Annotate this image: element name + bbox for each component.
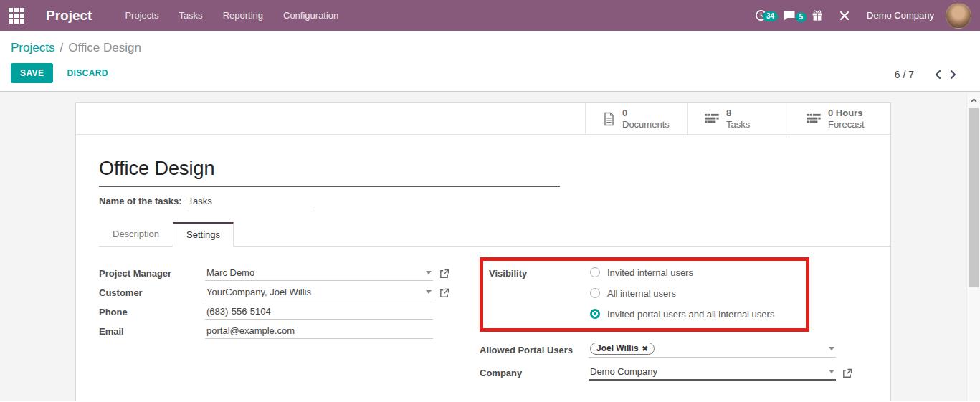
radio-unselected-icon[interactable] [590, 267, 600, 277]
action-buttons-row: SAVE DISCARD [11, 63, 980, 83]
left-field-column: Project Manager Marc Demo Customer YourC… [99, 257, 480, 383]
name-of-tasks-input[interactable]: Tasks [187, 196, 315, 209]
activities-button[interactable]: 34 [747, 9, 775, 21]
tab-description[interactable]: Description [99, 222, 173, 247]
radio-option-all-internal[interactable]: All internal users [590, 288, 774, 298]
menu-item-projects[interactable]: Projects [115, 0, 168, 31]
allowed-portal-users-label: Allowed Portal Users [480, 345, 589, 355]
apps-menu-button[interactable] [0, 8, 33, 24]
project-manager-value[interactable]: Marc Demo [206, 267, 422, 278]
stat-button-documents[interactable]: 0 Documents [585, 103, 687, 134]
menu-item-configuration[interactable]: Configuration [273, 0, 348, 31]
radio-unselected-icon[interactable] [590, 288, 600, 298]
breadcrumb-projects-link[interactable]: Projects [11, 41, 54, 54]
radio-selected-icon[interactable] [590, 309, 600, 319]
project-manager-input[interactable]: Marc Demo [205, 267, 433, 281]
radio-option-invited-internal[interactable]: Invited internal users [590, 267, 774, 277]
gift-button[interactable] [804, 10, 831, 21]
dropdown-caret-icon[interactable] [426, 290, 432, 294]
stat-label: Forecast [828, 119, 865, 130]
stat-button-tasks[interactable]: 8 Tasks [687, 103, 789, 134]
company-row: Company Demo Company [480, 363, 890, 383]
stat-text: 0 Hours Forecast [828, 107, 865, 130]
project-manager-label: Project Manager [99, 268, 205, 279]
phone-label: Phone [99, 307, 205, 317]
document-icon [603, 112, 615, 126]
company-input[interactable]: Demo Company [589, 365, 836, 381]
radio-option-portal-and-internal[interactable]: Invited portal users and all internal us… [590, 309, 774, 319]
chevron-left-icon [934, 70, 941, 80]
stat-label: Tasks [726, 119, 750, 130]
dropdown-caret-icon[interactable] [829, 370, 834, 373]
content-area: 0 Documents 8 Tasks 0 Hours [0, 92, 980, 401]
support-tools-button[interactable] [831, 10, 858, 21]
right-field-column: Visibility Invited internal users All in… [480, 257, 890, 383]
project-title-input[interactable]: Office Design [99, 158, 560, 187]
messages-button[interactable]: 5 [775, 10, 804, 21]
radio-option-label: Invited internal users [607, 267, 693, 278]
project-manager-external-link-icon[interactable] [439, 269, 449, 279]
breadcrumb: Projects/Office Design [0, 31, 980, 55]
email-input[interactable]: portal@example.com [205, 325, 433, 339]
scroll-up-arrow-icon[interactable] [967, 93, 980, 107]
allowed-portal-users-row: Allowed Portal Users Joel Willis ✖ [480, 342, 890, 358]
task-list-icon [705, 113, 719, 124]
forecast-gantt-icon [807, 113, 821, 124]
pager-next-button[interactable] [946, 68, 961, 81]
breadcrumb-current: Office Design [68, 41, 141, 54]
scrollbar-thumb[interactable] [969, 108, 979, 287]
company-external-link-icon[interactable] [842, 368, 852, 378]
customer-external-link-icon[interactable] [439, 288, 449, 298]
phone-input[interactable]: (683)-556-5104 [205, 305, 433, 320]
dropdown-caret-icon[interactable] [829, 347, 834, 350]
customer-input[interactable]: YourCompany, Joel Willis [205, 286, 433, 300]
tag-remove-icon[interactable]: ✖ [642, 345, 648, 353]
discard-button[interactable]: DISCARD [67, 68, 108, 78]
sheet-body: Office Design Name of the tasks: Tasks D… [76, 135, 890, 383]
main-menu: Projects Tasks Reporting Configuration [115, 0, 348, 31]
user-avatar[interactable] [946, 3, 971, 29]
chevron-right-icon [950, 70, 957, 80]
settings-tab-content: Project Manager Marc Demo Customer YourC… [99, 257, 890, 383]
company-label: Company [480, 368, 589, 378]
gift-icon [812, 10, 823, 21]
company-value[interactable]: Demo Company [590, 366, 824, 377]
pager-previous-button[interactable] [930, 68, 946, 81]
menu-item-tasks[interactable]: Tasks [168, 0, 212, 31]
form-sheet: 0 Documents 8 Tasks 0 Hours [75, 102, 891, 401]
allowed-portal-users-input[interactable]: Joel Willis ✖ [589, 342, 836, 358]
tab-settings[interactable]: Settings [173, 222, 234, 247]
save-button[interactable]: SAVE [11, 63, 53, 83]
menu-item-reporting[interactable]: Reporting [213, 0, 273, 31]
visibility-highlight-box: Visibility Invited internal users All in… [480, 257, 809, 332]
vertical-scrollbar[interactable] [966, 93, 980, 401]
project-manager-row: Project Manager Marc Demo [99, 264, 480, 283]
crossed-tools-icon [839, 10, 850, 21]
phone-row: Phone (683)-556-5104 [99, 302, 480, 322]
customer-label: Customer [99, 287, 205, 298]
customer-row: Customer YourCompany, Joel Willis [99, 283, 480, 302]
apps-grid-icon [9, 8, 24, 24]
customer-value[interactable]: YourCompany, Joel Willis [206, 287, 422, 297]
stat-value: 0 [622, 107, 670, 118]
dropdown-caret-icon[interactable] [426, 271, 432, 274]
email-value[interactable]: portal@example.com [206, 325, 432, 336]
stat-value: 8 [726, 107, 750, 118]
stat-text: 8 Tasks [726, 107, 750, 130]
stat-label: Documents [622, 119, 670, 130]
radio-option-label: All internal users [607, 288, 676, 299]
email-row: Email portal@example.com [99, 322, 480, 341]
name-of-tasks-label: Name of the tasks: [99, 196, 182, 206]
stat-button-forecast[interactable]: 0 Hours Forecast [789, 103, 890, 134]
control-panel: Projects/Office Design SAVE DISCARD 6 / … [0, 31, 980, 92]
visibility-label: Visibility [489, 267, 590, 319]
stat-value: 0 Hours [828, 107, 865, 118]
visibility-radio-group: Invited internal users All internal user… [590, 267, 774, 319]
phone-value[interactable]: (683)-556-5104 [206, 306, 432, 317]
notebook-tabs: Description Settings [99, 221, 890, 247]
pager-count: 6 / 7 [895, 69, 914, 80]
stat-button-row: 0 Documents 8 Tasks 0 Hours [76, 103, 890, 135]
company-switcher[interactable]: Demo Company [867, 10, 934, 21]
portal-user-tag: Joel Willis ✖ [590, 343, 655, 355]
stat-text: 0 Documents [622, 107, 670, 130]
